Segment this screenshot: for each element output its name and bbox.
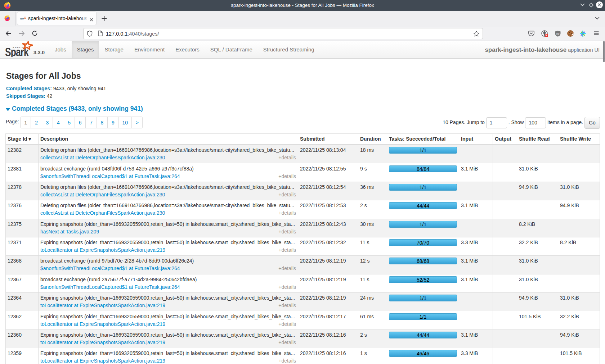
svg-text:uO: uO [556, 32, 560, 35]
svg-text:Spark: Spark [20, 17, 24, 20]
